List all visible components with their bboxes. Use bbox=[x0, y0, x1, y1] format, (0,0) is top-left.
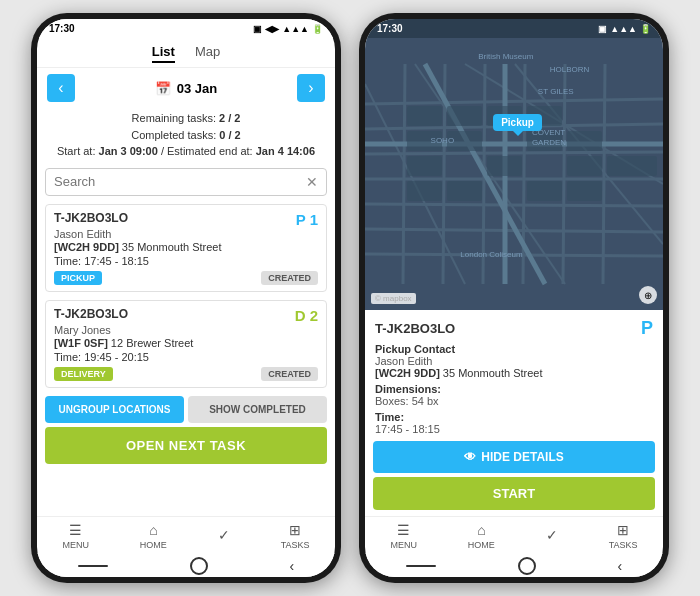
status-icons-left: ▣ ◀▶ ▲▲▲ 🔋 bbox=[253, 24, 323, 34]
menu-icon-left: ☰ bbox=[69, 522, 82, 538]
map-label-british-museum: British Museum bbox=[478, 52, 533, 61]
bottom-action-row: UNGROUP LOCATIONS SHOW COMPLETED bbox=[45, 396, 327, 423]
detail-contact-name: Jason Edith bbox=[375, 355, 653, 367]
detail-address: [WC2H 9DD] 35 Monmouth Street bbox=[375, 367, 653, 379]
detail-time: 17:45 - 18:15 bbox=[375, 423, 653, 435]
task-name-2: Mary Jones bbox=[54, 324, 318, 336]
tasks-info: Remaining tasks: 2 / 2 Completed tasks: … bbox=[37, 108, 335, 164]
nav-check-left[interactable]: ✓ bbox=[218, 527, 230, 545]
bottom-chevron-right: ‹ bbox=[617, 558, 622, 574]
nav-home-label-right: HOME bbox=[468, 540, 495, 550]
task-badges-2: DELIVERY CREATED bbox=[54, 367, 318, 381]
map-label-st-giles: ST GILES bbox=[538, 87, 574, 96]
bottom-indicator-right bbox=[406, 565, 436, 567]
home-icon-right: ⌂ bbox=[477, 522, 485, 538]
task-badges-1: PICKUP CREATED bbox=[54, 271, 318, 285]
detail-dimensions: Boxes: 54 bx bbox=[375, 395, 653, 407]
svg-rect-35 bbox=[527, 181, 562, 201]
detail-actions: 👁 HIDE DETAILS START bbox=[365, 435, 663, 516]
task-address-1: [WC2H 9DD] 35 Monmouth Street bbox=[54, 241, 318, 253]
status-icons-right: ▣ ▲▲▲ 🔋 bbox=[598, 24, 651, 34]
detail-id: T-JK2BO3LO bbox=[375, 321, 455, 336]
bottom-circle-right bbox=[518, 557, 536, 575]
time-right: 17:30 bbox=[377, 23, 403, 34]
svg-rect-33 bbox=[407, 181, 442, 201]
task-card-2[interactable]: T-JK2BO3LO D 2 Mary Jones [W1F 0SF] 12 B… bbox=[45, 300, 327, 388]
map-compass[interactable]: ⊕ bbox=[639, 286, 657, 304]
svg-rect-36 bbox=[567, 181, 602, 201]
completed-tasks: 0 / 2 bbox=[219, 129, 240, 141]
hide-details-button[interactable]: 👁 HIDE DETAILS bbox=[373, 441, 655, 473]
detail-contact-label: Pickup Contact bbox=[375, 343, 653, 355]
date-nav: ‹ 📅 03 Jan › bbox=[37, 68, 335, 108]
svg-line-3 bbox=[365, 152, 663, 154]
svg-line-5 bbox=[365, 204, 663, 206]
remaining-tasks: 2 / 2 bbox=[219, 112, 240, 124]
nav-tasks-right[interactable]: ⊞ TASKS bbox=[609, 522, 638, 550]
status-bar-left: 17:30 ▣ ◀▶ ▲▲▲ 🔋 bbox=[37, 19, 335, 38]
nav-check-right[interactable]: ✓ bbox=[546, 527, 558, 545]
eye-icon: 👁 bbox=[464, 450, 476, 464]
clear-search-icon[interactable]: ✕ bbox=[306, 174, 318, 190]
date-center: 📅 03 Jan bbox=[155, 81, 217, 96]
time-left: 17:30 bbox=[49, 23, 75, 34]
phone-bottom-bar-right: ‹ bbox=[365, 553, 663, 577]
badge-pickup-1: PICKUP bbox=[54, 271, 102, 285]
nav-home-left[interactable]: ⌂ HOME bbox=[140, 522, 167, 550]
open-next-task-button[interactable]: OPEN NEXT TASK bbox=[45, 427, 327, 464]
task-priority-2: D 2 bbox=[295, 307, 318, 324]
search-bar[interactable]: ✕ bbox=[45, 168, 327, 196]
task-id-1: T-JK2BO3LO bbox=[54, 211, 128, 225]
pickup-pin[interactable]: Pickup bbox=[493, 114, 542, 131]
nav-tasks-label-right: TASKS bbox=[609, 540, 638, 550]
bottom-nav-left: ☰ MENU ⌂ HOME ✓ ⊞ TASKS bbox=[37, 516, 335, 553]
badge-delivery-2: DELIVERY bbox=[54, 367, 113, 381]
svg-line-12 bbox=[563, 64, 565, 284]
nav-menu-left[interactable]: ☰ MENU bbox=[62, 522, 89, 550]
current-date: 03 Jan bbox=[177, 81, 217, 96]
map-svg bbox=[365, 38, 663, 310]
task-name-1: Jason Edith bbox=[54, 228, 318, 240]
nav-menu-right[interactable]: ☰ MENU bbox=[390, 522, 417, 550]
nav-home-label-left: HOME bbox=[140, 540, 167, 550]
task-postcode-2: [W1F 0SF] bbox=[54, 337, 108, 349]
svg-line-8 bbox=[403, 64, 405, 284]
task-priority-1: P 1 bbox=[296, 211, 318, 228]
nav-tasks-left[interactable]: ⊞ TASKS bbox=[281, 522, 310, 550]
show-completed-button[interactable]: SHOW COMPLETED bbox=[188, 396, 327, 423]
svg-rect-22 bbox=[447, 106, 482, 126]
tab-map[interactable]: Map bbox=[195, 44, 220, 63]
task-address-2: [W1F 0SF] 12 Brewer Street bbox=[54, 337, 318, 349]
check-icon-right: ✓ bbox=[546, 527, 558, 543]
svg-rect-34 bbox=[447, 181, 482, 201]
ungroup-button[interactable]: UNGROUP LOCATIONS bbox=[45, 396, 184, 423]
bottom-nav-right: ☰ MENU ⌂ HOME ✓ ⊞ TASKS bbox=[365, 516, 663, 553]
nav-home-right[interactable]: ⌂ HOME bbox=[468, 522, 495, 550]
nav-tasks-label-left: TASKS bbox=[281, 540, 310, 550]
left-phone: 17:30 ▣ ◀▶ ▲▲▲ 🔋 List Map ‹ 📅 03 Jan › R… bbox=[31, 13, 341, 583]
home-icon-left: ⌂ bbox=[149, 522, 157, 538]
task-card-1[interactable]: T-JK2BO3LO P 1 Jason Edith [WC2H 9DD] 35… bbox=[45, 204, 327, 292]
next-date-button[interactable]: › bbox=[297, 74, 325, 102]
nav-menu-label-right: MENU bbox=[390, 540, 417, 550]
start-button[interactable]: START bbox=[373, 477, 655, 510]
tasks-icon-right: ⊞ bbox=[617, 522, 629, 538]
tab-list[interactable]: List bbox=[152, 44, 175, 63]
map-container[interactable]: British Museum HOLBORN ST GILES SOHO COV… bbox=[365, 38, 663, 310]
map-label-soho: SOHO bbox=[431, 136, 455, 145]
detail-street: 35 Monmouth Street bbox=[443, 367, 543, 379]
menu-icon-right: ☰ bbox=[397, 522, 410, 538]
svg-rect-28 bbox=[567, 131, 602, 151]
search-input[interactable] bbox=[54, 174, 306, 189]
left-screen: 17:30 ▣ ◀▶ ▲▲▲ 🔋 List Map ‹ 📅 03 Jan › R… bbox=[37, 19, 335, 577]
svg-rect-21 bbox=[407, 106, 442, 126]
detail-dimensions-label: Dimensions: bbox=[375, 383, 653, 395]
detail-time-label: Time: bbox=[375, 411, 653, 423]
prev-date-button[interactable]: ‹ bbox=[47, 74, 75, 102]
detail-priority: P bbox=[641, 318, 653, 339]
detail-panel: T-JK2BO3LO P Pickup Contact Jason Edith … bbox=[365, 310, 663, 435]
tasks-icon-left: ⊞ bbox=[289, 522, 301, 538]
svg-rect-30 bbox=[487, 156, 522, 176]
phone-bottom-bar-left: ‹ bbox=[37, 553, 335, 577]
detail-postcode: [WC2H 9DD] bbox=[375, 367, 440, 379]
